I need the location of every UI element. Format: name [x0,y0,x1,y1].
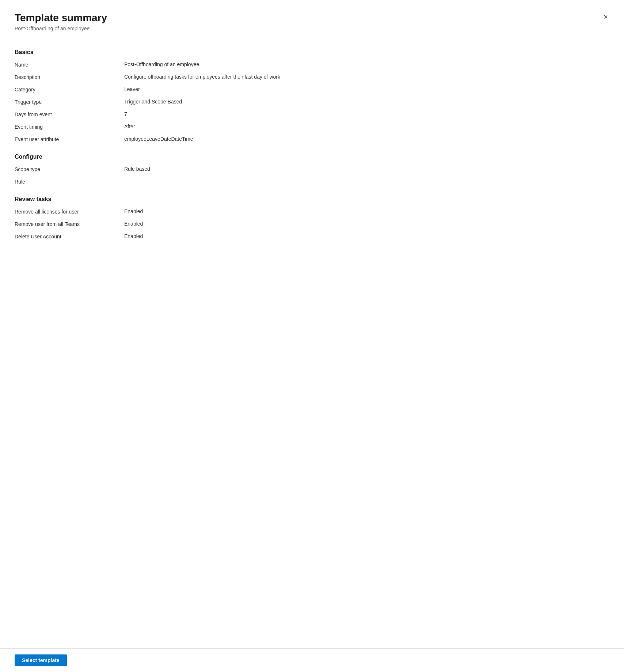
field-label-days-from-event: Days from event [15,111,124,117]
field-value-trigger-type: Trigger and Scope Based [124,99,609,105]
field-value-name: Post-Offboarding of an employee [124,61,609,67]
field-label-event-user-attribute: Event user attribute [15,136,124,142]
field-row-days-from-event: Days from event 7 [15,111,609,120]
field-value-remove-teams: Enabled [124,221,609,227]
field-label-remove-licenses: Remove all licenses for user [15,208,124,215]
panel-content: Basics Name Post-Offboarding of an emplo… [0,31,624,672]
field-value-category: Leaver [124,86,609,92]
field-value-event-user-attribute: employeeLeaveDateDateTime [124,136,609,142]
configure-section-title: Configure [15,154,609,160]
field-row-trigger-type: Trigger type Trigger and Scope Based [15,99,609,107]
field-label-remove-teams: Remove user from all Teams [15,221,124,227]
configure-section: Configure Scope type Rule based Rule [15,154,609,187]
field-row-remove-licenses: Remove all licenses for user Enabled [15,208,609,217]
basics-section: Basics Name Post-Offboarding of an emplo… [15,49,609,145]
field-row-description: Description Configure offboarding tasks … [15,74,609,83]
field-value-scope-type: Rule based [124,166,609,172]
field-label-name: Name [15,61,124,68]
field-row-remove-teams: Remove user from all Teams Enabled [15,221,609,230]
field-value-description: Configure offboarding tasks for employee… [124,74,609,80]
field-row-scope-type: Scope type Rule based [15,166,609,175]
field-label-rule: Rule [15,178,124,185]
field-label-category: Category [15,86,124,93]
field-label-trigger-type: Trigger type [15,99,124,105]
field-row-category: Category Leaver [15,86,609,95]
panel-footer: Select template [0,648,624,672]
field-row-event-timing: Event timing After [15,124,609,132]
review-tasks-section: Review tasks Remove all licenses for use… [15,196,609,242]
field-value-days-from-event: 7 [124,111,609,117]
panel-subtitle: Post-Offboarding of an employee [15,26,107,31]
panel-header: Template summary Post-Offboarding of an … [0,0,624,31]
field-label-event-timing: Event timing [15,124,124,130]
field-label-scope-type: Scope type [15,166,124,172]
field-value-event-timing: After [124,124,609,129]
field-value-delete-account: Enabled [124,233,609,239]
panel-title: Template summary [15,12,107,24]
close-button[interactable]: × [602,12,609,22]
field-row-delete-account: Delete User Account Enabled [15,233,609,242]
field-value-remove-licenses: Enabled [124,208,609,214]
template-summary-panel: Template summary Post-Offboarding of an … [0,0,624,672]
close-icon: × [604,13,608,20]
header-title-group: Template summary Post-Offboarding of an … [15,12,107,31]
field-label-description: Description [15,74,124,80]
field-row-name: Name Post-Offboarding of an employee [15,61,609,70]
review-tasks-section-title: Review tasks [15,196,609,203]
select-template-button[interactable]: Select template [15,654,67,666]
field-row-event-user-attribute: Event user attribute employeeLeaveDateDa… [15,136,609,145]
basics-section-title: Basics [15,49,609,56]
field-row-rule: Rule [15,178,609,187]
field-label-delete-account: Delete User Account [15,233,124,239]
